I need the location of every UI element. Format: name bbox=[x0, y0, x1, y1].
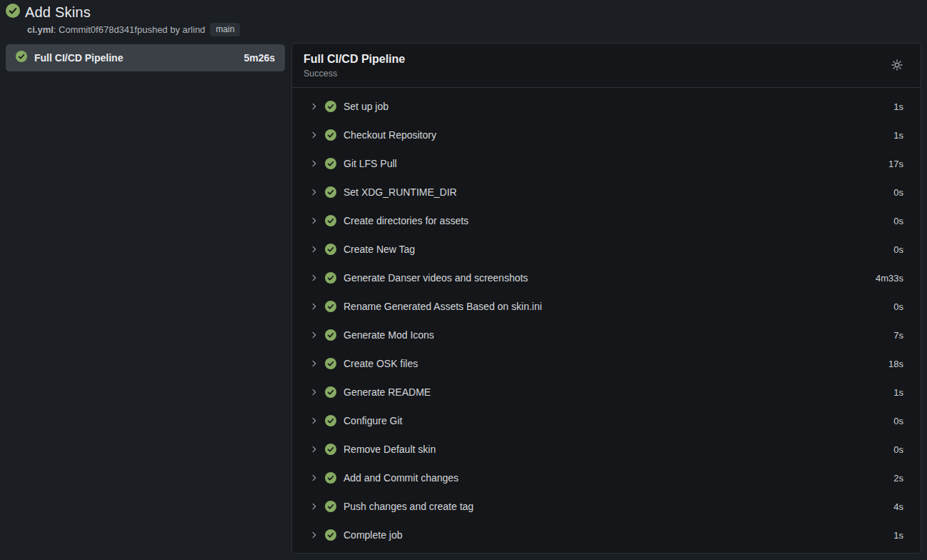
step-name: Set XDG_RUNTIME_DIR bbox=[344, 186, 457, 198]
step-name: Add and Commit changes bbox=[344, 472, 459, 484]
check-circle-icon bbox=[325, 101, 336, 112]
step-duration: 1s bbox=[893, 530, 903, 541]
step-name: Generate Danser videos and screenshots bbox=[344, 272, 528, 284]
step-duration: 0s bbox=[893, 444, 903, 455]
commit-text-prefix: : Commit bbox=[54, 24, 91, 35]
chevron-right-icon[interactable] bbox=[310, 531, 319, 539]
step-row[interactable]: Create directories for assets 0s bbox=[292, 206, 921, 235]
run-title: Add Skins bbox=[25, 4, 91, 21]
step-row[interactable]: Complete job 1s bbox=[292, 521, 921, 549]
step-name: Complete job bbox=[344, 529, 403, 541]
chevron-right-icon[interactable] bbox=[310, 102, 319, 111]
chevron-right-icon[interactable] bbox=[310, 188, 319, 196]
chevron-right-icon[interactable] bbox=[310, 131, 319, 139]
step-duration: 0s bbox=[893, 416, 903, 426]
panel-job-status: Success bbox=[304, 69, 909, 79]
job-name: Full CI/CD Pipeline bbox=[34, 52, 123, 64]
check-circle-icon bbox=[325, 329, 336, 341]
step-name: Remove Default skin bbox=[344, 444, 436, 455]
step-row[interactable]: Generate Danser videos and screenshots 4… bbox=[292, 264, 921, 292]
check-circle-icon bbox=[325, 444, 336, 455]
step-row[interactable]: Remove Default skin 0s bbox=[292, 435, 921, 464]
step-name: Create directories for assets bbox=[344, 215, 468, 226]
check-circle-icon bbox=[325, 529, 336, 541]
step-row[interactable]: Generate README 1s bbox=[292, 378, 921, 406]
check-circle-icon bbox=[6, 4, 20, 21]
check-circle-icon bbox=[325, 501, 336, 512]
step-duration: 18s bbox=[888, 359, 903, 369]
chevron-right-icon[interactable] bbox=[310, 159, 319, 168]
step-name: Set up job bbox=[344, 101, 389, 112]
step-duration: 17s bbox=[888, 159, 903, 169]
chevron-right-icon[interactable] bbox=[310, 359, 319, 368]
step-duration: 0s bbox=[893, 301, 903, 312]
chevron-right-icon[interactable] bbox=[310, 416, 319, 425]
step-row[interactable]: Create New Tag 0s bbox=[292, 235, 921, 264]
step-row[interactable]: Add and Commit changes 2s bbox=[292, 464, 921, 492]
check-circle-icon bbox=[325, 244, 336, 255]
check-circle-icon bbox=[325, 186, 336, 198]
chevron-right-icon[interactable] bbox=[310, 331, 319, 339]
step-row[interactable]: Create OSK files 18s bbox=[292, 349, 921, 378]
step-row[interactable]: Git LFS Pull 17s bbox=[292, 149, 921, 178]
step-duration: 1s bbox=[893, 387, 903, 398]
step-name: Create New Tag bbox=[344, 244, 415, 255]
chevron-right-icon[interactable] bbox=[310, 245, 319, 254]
step-duration: 7s bbox=[893, 330, 903, 341]
step-duration: 0s bbox=[893, 244, 903, 255]
step-row[interactable]: Set XDG_RUNTIME_DIR 0s bbox=[292, 178, 921, 206]
gear-icon[interactable] bbox=[889, 57, 905, 73]
chevron-right-icon[interactable] bbox=[310, 445, 319, 454]
step-duration: 2s bbox=[893, 473, 903, 484]
step-row[interactable]: Configure Git 0s bbox=[292, 406, 921, 435]
step-duration: 1s bbox=[893, 130, 903, 141]
commit-text-suffix: pushed by arlind bbox=[137, 24, 205, 35]
step-name: Git LFS Pull bbox=[344, 158, 397, 169]
chevron-right-icon[interactable] bbox=[310, 302, 319, 311]
run-header: Add Skins ci.yml: Commit 0f678d341f push… bbox=[6, 4, 240, 36]
job-duration: 5m26s bbox=[244, 52, 275, 64]
step-name: Push changes and create tag bbox=[344, 501, 473, 512]
check-circle-icon bbox=[325, 415, 336, 426]
branch-badge[interactable]: main bbox=[210, 23, 240, 36]
step-duration: 0s bbox=[893, 187, 903, 198]
check-circle-icon bbox=[325, 129, 336, 141]
chevron-right-icon[interactable] bbox=[310, 216, 319, 225]
steps-list: Set up job 1s Checkout Repository 1s bbox=[292, 88, 921, 554]
chevron-right-icon[interactable] bbox=[310, 388, 319, 396]
step-name: Configure Git bbox=[344, 415, 402, 426]
step-name: Checkout Repository bbox=[344, 129, 436, 141]
check-circle-icon bbox=[325, 158, 336, 169]
check-circle-icon bbox=[325, 215, 336, 226]
step-name: Generate README bbox=[344, 386, 431, 398]
step-duration: 1s bbox=[893, 101, 903, 112]
step-name: Generate Mod Icons bbox=[344, 329, 434, 341]
workflow-file: ci.yml bbox=[27, 24, 54, 35]
run-subtitle: ci.yml: Commit 0f678d341f pushed by arli… bbox=[27, 23, 240, 36]
step-row[interactable]: Rename Generated Assets Based on skin.in… bbox=[292, 292, 921, 321]
step-row[interactable]: Checkout Repository 1s bbox=[292, 121, 921, 149]
commit-hash[interactable]: 0f678d341f bbox=[91, 24, 137, 35]
panel-job-title: Full CI/CD Pipeline bbox=[304, 52, 909, 66]
step-name: Rename Generated Assets Based on skin.in… bbox=[344, 301, 542, 312]
check-circle-icon bbox=[325, 472, 336, 484]
panel-header: Full CI/CD Pipeline Success bbox=[292, 44, 921, 88]
chevron-right-icon[interactable] bbox=[310, 274, 319, 282]
job-detail-panel: Full CI/CD Pipeline Success Set up job 1 bbox=[291, 43, 921, 554]
chevron-right-icon[interactable] bbox=[310, 474, 319, 482]
step-duration: 0s bbox=[893, 216, 903, 226]
step-row[interactable]: Push changes and create tag 4s bbox=[292, 492, 921, 521]
check-circle-icon bbox=[325, 386, 336, 398]
step-row[interactable]: Set up job 1s bbox=[292, 92, 921, 121]
check-circle-icon bbox=[325, 358, 336, 369]
step-duration: 4m33s bbox=[876, 273, 903, 284]
step-name: Create OSK files bbox=[344, 358, 418, 369]
check-circle-icon bbox=[16, 51, 27, 65]
check-circle-icon bbox=[325, 272, 336, 284]
sidebar-job-item[interactable]: Full CI/CD Pipeline 5m26s bbox=[6, 44, 285, 71]
chevron-right-icon[interactable] bbox=[310, 502, 319, 511]
step-row[interactable]: Generate Mod Icons 7s bbox=[292, 321, 921, 349]
step-duration: 4s bbox=[893, 501, 903, 512]
check-circle-icon bbox=[325, 301, 336, 312]
